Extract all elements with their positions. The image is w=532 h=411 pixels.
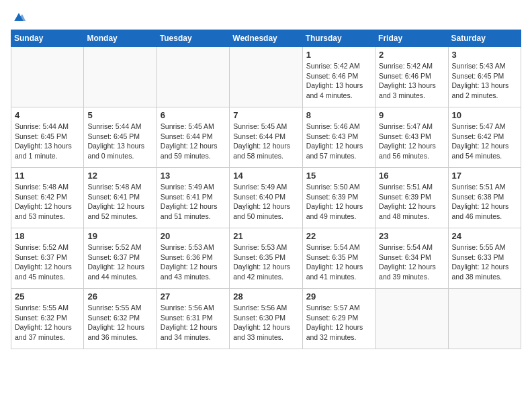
calendar-cell: 25Sunrise: 5:55 AMSunset: 6:32 PMDayligh… <box>11 289 84 349</box>
day-number: 26 <box>87 291 152 302</box>
day-number: 23 <box>379 231 444 241</box>
day-info: Sunrise: 5:47 AMSunset: 6:42 PMDaylight:… <box>452 122 517 161</box>
day-number: 22 <box>306 231 371 241</box>
weekday-header-saturday: Saturday <box>448 30 521 47</box>
day-info: Sunrise: 5:42 AMSunset: 6:46 PMDaylight:… <box>379 61 444 101</box>
day-info: Sunrise: 5:51 AMSunset: 6:38 PMDaylight:… <box>452 182 517 222</box>
day-number: 16 <box>379 171 444 181</box>
calendar-cell: 11Sunrise: 5:48 AMSunset: 6:42 PMDayligh… <box>11 168 84 228</box>
day-number: 18 <box>15 231 80 241</box>
day-info: Sunrise: 5:54 AMSunset: 6:34 PMDaylight:… <box>379 242 444 282</box>
calendar-cell: 19Sunrise: 5:52 AMSunset: 6:37 PMDayligh… <box>84 228 157 289</box>
calendar-cell: 2Sunrise: 5:42 AMSunset: 6:46 PMDaylight… <box>375 47 448 107</box>
day-number: 24 <box>452 231 517 241</box>
calendar-cell <box>448 289 521 349</box>
calendar-cell: 26Sunrise: 5:55 AMSunset: 6:32 PMDayligh… <box>84 289 157 349</box>
day-info: Sunrise: 5:42 AMSunset: 6:46 PMDaylight:… <box>306 61 371 101</box>
day-info: Sunrise: 5:52 AMSunset: 6:37 PMDaylight:… <box>87 242 152 282</box>
calendar-cell: 27Sunrise: 5:56 AMSunset: 6:31 PMDayligh… <box>157 289 229 349</box>
calendar-cell: 13Sunrise: 5:49 AMSunset: 6:41 PMDayligh… <box>157 168 229 228</box>
calendar-cell <box>157 47 229 107</box>
day-number: 1 <box>306 50 371 60</box>
day-number: 21 <box>233 231 298 241</box>
day-info: Sunrise: 5:46 AMSunset: 6:43 PMDaylight:… <box>306 122 371 161</box>
day-info: Sunrise: 5:57 AMSunset: 6:29 PMDaylight:… <box>306 303 371 342</box>
calendar-cell <box>375 289 448 349</box>
calendar-cell: 10Sunrise: 5:47 AMSunset: 6:42 PMDayligh… <box>448 107 521 168</box>
day-number: 7 <box>233 110 298 120</box>
day-number: 17 <box>452 171 517 181</box>
calendar-cell: 6Sunrise: 5:45 AMSunset: 6:44 PMDaylight… <box>157 107 229 168</box>
calendar-table: SundayMondayTuesdayWednesdayThursdayFrid… <box>11 30 521 349</box>
day-number: 8 <box>306 110 371 120</box>
day-info: Sunrise: 5:44 AMSunset: 6:45 PMDaylight:… <box>87 122 152 161</box>
day-number: 5 <box>87 110 152 120</box>
calendar-cell: 8Sunrise: 5:46 AMSunset: 6:43 PMDaylight… <box>302 107 375 168</box>
day-info: Sunrise: 5:47 AMSunset: 6:43 PMDaylight:… <box>379 122 444 161</box>
calendar-body: 1Sunrise: 5:42 AMSunset: 6:46 PMDaylight… <box>11 47 521 349</box>
logo <box>11 11 26 24</box>
calendar-cell: 28Sunrise: 5:56 AMSunset: 6:30 PMDayligh… <box>230 289 302 349</box>
calendar-cell: 15Sunrise: 5:50 AMSunset: 6:39 PMDayligh… <box>302 168 375 228</box>
calendar-cell: 29Sunrise: 5:57 AMSunset: 6:29 PMDayligh… <box>302 289 375 349</box>
day-info: Sunrise: 5:55 AMSunset: 6:33 PMDaylight:… <box>452 242 517 282</box>
day-info: Sunrise: 5:52 AMSunset: 6:37 PMDaylight:… <box>15 242 80 282</box>
day-number: 13 <box>161 171 226 181</box>
day-info: Sunrise: 5:54 AMSunset: 6:35 PMDaylight:… <box>306 242 371 282</box>
day-info: Sunrise: 5:56 AMSunset: 6:30 PMDaylight:… <box>233 303 298 342</box>
day-number: 3 <box>452 50 517 60</box>
calendar-cell: 9Sunrise: 5:47 AMSunset: 6:43 PMDaylight… <box>375 107 448 168</box>
calendar-cell: 7Sunrise: 5:45 AMSunset: 6:44 PMDaylight… <box>230 107 302 168</box>
day-number: 19 <box>87 231 152 241</box>
calendar-week-4: 18Sunrise: 5:52 AMSunset: 6:37 PMDayligh… <box>11 228 521 289</box>
day-number: 11 <box>15 171 80 181</box>
weekday-header-thursday: Thursday <box>302 30 375 47</box>
calendar-cell: 1Sunrise: 5:42 AMSunset: 6:46 PMDaylight… <box>302 47 375 107</box>
calendar-week-1: 1Sunrise: 5:42 AMSunset: 6:46 PMDaylight… <box>11 47 521 107</box>
calendar-cell: 18Sunrise: 5:52 AMSunset: 6:37 PMDayligh… <box>11 228 84 289</box>
day-info: Sunrise: 5:48 AMSunset: 6:42 PMDaylight:… <box>15 182 80 222</box>
day-info: Sunrise: 5:49 AMSunset: 6:40 PMDaylight:… <box>233 182 298 222</box>
day-info: Sunrise: 5:51 AMSunset: 6:39 PMDaylight:… <box>379 182 444 222</box>
day-info: Sunrise: 5:44 AMSunset: 6:45 PMDaylight:… <box>15 122 80 161</box>
calendar-cell <box>230 47 302 107</box>
calendar-cell: 20Sunrise: 5:53 AMSunset: 6:36 PMDayligh… <box>157 228 229 289</box>
calendar-header: SundayMondayTuesdayWednesdayThursdayFrid… <box>11 30 521 47</box>
calendar-cell: 5Sunrise: 5:44 AMSunset: 6:45 PMDaylight… <box>84 107 157 168</box>
day-info: Sunrise: 5:49 AMSunset: 6:41 PMDaylight:… <box>161 182 226 222</box>
day-info: Sunrise: 5:45 AMSunset: 6:44 PMDaylight:… <box>233 122 298 161</box>
day-info: Sunrise: 5:48 AMSunset: 6:41 PMDaylight:… <box>87 182 152 222</box>
day-info: Sunrise: 5:55 AMSunset: 6:32 PMDaylight:… <box>15 303 80 342</box>
weekday-header-sunday: Sunday <box>11 30 84 47</box>
page-header <box>11 11 521 24</box>
calendar-cell: 3Sunrise: 5:43 AMSunset: 6:45 PMDaylight… <box>448 47 521 107</box>
day-info: Sunrise: 5:43 AMSunset: 6:45 PMDaylight:… <box>452 61 517 101</box>
day-info: Sunrise: 5:53 AMSunset: 6:35 PMDaylight:… <box>233 242 298 282</box>
calendar-week-5: 25Sunrise: 5:55 AMSunset: 6:32 PMDayligh… <box>11 289 521 349</box>
day-number: 25 <box>15 291 80 302</box>
day-number: 12 <box>87 171 152 181</box>
day-number: 27 <box>161 291 226 302</box>
day-number: 10 <box>452 110 517 120</box>
day-info: Sunrise: 5:55 AMSunset: 6:32 PMDaylight:… <box>87 303 152 342</box>
logo-icon <box>12 11 26 24</box>
day-number: 2 <box>379 50 444 60</box>
day-number: 9 <box>379 110 444 120</box>
weekday-header-monday: Monday <box>84 30 157 47</box>
day-number: 28 <box>233 291 298 302</box>
weekday-header-tuesday: Tuesday <box>157 30 229 47</box>
calendar-cell: 12Sunrise: 5:48 AMSunset: 6:41 PMDayligh… <box>84 168 157 228</box>
calendar-week-3: 11Sunrise: 5:48 AMSunset: 6:42 PMDayligh… <box>11 168 521 228</box>
calendar-cell <box>84 47 157 107</box>
calendar-cell: 4Sunrise: 5:44 AMSunset: 6:45 PMDaylight… <box>11 107 84 168</box>
day-number: 20 <box>161 231 226 241</box>
day-info: Sunrise: 5:45 AMSunset: 6:44 PMDaylight:… <box>161 122 226 161</box>
calendar-week-2: 4Sunrise: 5:44 AMSunset: 6:45 PMDaylight… <box>11 107 521 168</box>
calendar-cell: 21Sunrise: 5:53 AMSunset: 6:35 PMDayligh… <box>230 228 302 289</box>
day-number: 15 <box>306 171 371 181</box>
day-number: 14 <box>233 171 298 181</box>
day-number: 29 <box>306 291 371 302</box>
calendar-cell: 17Sunrise: 5:51 AMSunset: 6:38 PMDayligh… <box>448 168 521 228</box>
calendar-cell: 24Sunrise: 5:55 AMSunset: 6:33 PMDayligh… <box>448 228 521 289</box>
calendar-cell: 14Sunrise: 5:49 AMSunset: 6:40 PMDayligh… <box>230 168 302 228</box>
